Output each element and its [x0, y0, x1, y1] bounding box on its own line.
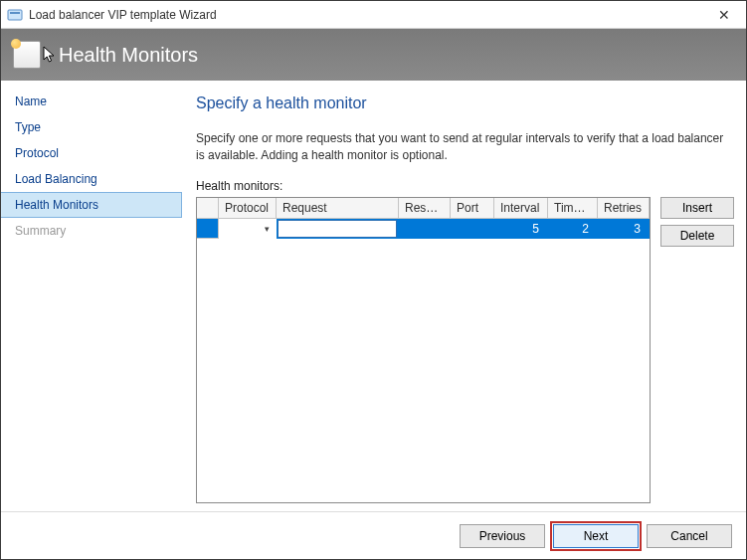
page-heading: Specify a health monitor: [196, 94, 734, 112]
col-interval[interactable]: Interval: [494, 198, 548, 219]
col-timeout[interactable]: Time-...: [548, 198, 598, 219]
cancel-button[interactable]: Cancel: [647, 524, 732, 548]
cell-retries[interactable]: 3: [598, 219, 650, 239]
grid-body: ▾ 5 2 3: [197, 219, 650, 502]
delete-button[interactable]: Delete: [660, 225, 734, 247]
banner-icon: [13, 41, 41, 69]
wizard-banner: Health Monitors: [1, 29, 746, 81]
sidebar-item-type[interactable]: Type: [1, 114, 182, 140]
svg-rect-0: [8, 10, 22, 20]
grid-label: Health monitors:: [196, 179, 734, 193]
sidebar-item-health-monitors[interactable]: Health Monitors: [1, 192, 182, 218]
close-icon: ✕: [718, 7, 730, 23]
request-input[interactable]: [278, 220, 397, 238]
grid-header-row: Protocol Request Respo... Port Interval …: [197, 198, 650, 219]
chevron-down-icon: ▾: [265, 224, 270, 234]
wizard-window: Load balancer VIP template Wizard ✕ Heal…: [0, 0, 747, 560]
cell-protocol[interactable]: ▾: [219, 219, 277, 239]
wizard-sidebar: Name Type Protocol Load Balancing Health…: [1, 81, 182, 511]
sidebar-item-summary[interactable]: Summary: [1, 218, 182, 244]
col-retries[interactable]: Retries: [598, 198, 650, 219]
health-monitors-grid[interactable]: Protocol Request Respo... Port Interval …: [196, 197, 651, 503]
row-selector[interactable]: [197, 219, 219, 239]
col-request[interactable]: Request: [277, 198, 399, 219]
cell-interval[interactable]: 5: [494, 219, 548, 239]
window-title: Load balancer VIP template Wizard: [29, 8, 702, 22]
grid-side-buttons: Insert Delete: [660, 197, 734, 503]
sidebar-item-protocol[interactable]: Protocol: [1, 140, 182, 166]
col-rowheader: [197, 198, 219, 219]
col-protocol[interactable]: Protocol: [219, 198, 277, 219]
cell-request[interactable]: [277, 219, 399, 239]
wizard-body: Name Type Protocol Load Balancing Health…: [1, 81, 746, 511]
titlebar: Load balancer VIP template Wizard ✕: [1, 1, 746, 29]
app-icon: [7, 7, 23, 23]
col-port[interactable]: Port: [451, 198, 494, 219]
cell-response[interactable]: [399, 219, 451, 239]
close-button[interactable]: ✕: [702, 1, 746, 28]
sidebar-item-name[interactable]: Name: [1, 89, 182, 114]
cell-port[interactable]: [451, 219, 494, 239]
previous-button[interactable]: Previous: [460, 524, 545, 548]
col-response[interactable]: Respo...: [399, 198, 451, 219]
svg-rect-1: [10, 12, 20, 14]
sidebar-item-load-balancing[interactable]: Load Balancing: [1, 166, 182, 192]
next-button[interactable]: Next: [553, 524, 639, 548]
page-description: Specify one or more requests that you wa…: [196, 130, 734, 165]
cell-timeout[interactable]: 2: [548, 219, 598, 239]
cursor-icon: [43, 46, 57, 64]
wizard-main: Specify a health monitor Specify one or …: [182, 81, 746, 511]
banner-title: Health Monitors: [59, 44, 198, 67]
grid-row[interactable]: ▾ 5 2 3: [197, 219, 650, 239]
insert-button[interactable]: Insert: [660, 197, 734, 219]
wizard-footer: Previous Next Cancel: [1, 511, 746, 559]
grid-area: Protocol Request Respo... Port Interval …: [196, 197, 734, 503]
